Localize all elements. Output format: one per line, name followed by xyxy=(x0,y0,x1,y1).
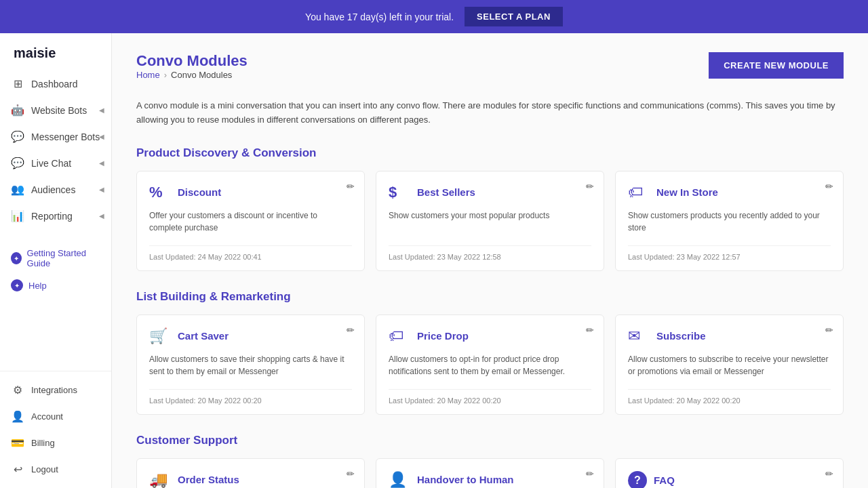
cards-grid-customer-support: 🚚 Order Status ✏ Enable customers to che… xyxy=(136,458,844,488)
audiences-icon: 👥 xyxy=(11,183,24,196)
cart-saver-icon: 🛒 xyxy=(149,327,171,345)
sidebar-item-account[interactable]: 👤 Account xyxy=(0,403,111,430)
card-title-price-drop: Price Drop xyxy=(417,330,469,342)
sidebar-item-logout[interactable]: ↩ Logout xyxy=(0,456,111,483)
card-updated-discount: Last Updated: 24 May 2022 00:41 xyxy=(149,245,352,261)
sidebar-label-audiences: Audiences xyxy=(31,184,75,195)
edit-icon-handover[interactable]: ✏ xyxy=(586,468,594,479)
card-updated-subscribe: Last Updated: 20 May 2022 00:20 xyxy=(628,389,831,405)
dashboard-icon: ⊞ xyxy=(11,77,24,90)
section-title-product-discovery: Product Discovery & Conversion xyxy=(136,146,844,160)
order-status-icon: 🚚 xyxy=(149,471,171,488)
card-updated-new-in-store: Last Updated: 23 May 2022 12:57 xyxy=(628,245,831,261)
trial-banner: You have 17 day(s) left in your trial. S… xyxy=(0,0,868,33)
sidebar-item-billing[interactable]: 💳 Billing xyxy=(0,430,111,456)
card-desc-discount: Offer your customers a discount or incen… xyxy=(149,209,352,235)
edit-icon-faq[interactable]: ✏ xyxy=(825,468,833,479)
chevron-icon: ◀ xyxy=(99,106,104,114)
card-header-price-drop: 🏷 Price Drop xyxy=(389,327,591,345)
edit-icon-discount[interactable]: ✏ xyxy=(347,181,355,192)
card-title-new-in-store: New In Store xyxy=(656,186,718,198)
website-bots-icon: 🤖 xyxy=(11,104,24,117)
banner-text: You have 17 day(s) left in your trial. xyxy=(305,12,454,22)
section-title-list-building: List Building & Remarketing xyxy=(136,290,844,304)
sidebar: maisie ⊞ Dashboard 🤖 Website Bots ◀ 💬 Me… xyxy=(0,33,112,488)
breadcrumb-home[interactable]: Home xyxy=(136,70,160,80)
account-icon: 👤 xyxy=(11,410,24,423)
card-discount: % Discount ✏ Offer your customers a disc… xyxy=(136,171,365,271)
reporting-icon: 📊 xyxy=(11,209,24,222)
edit-icon-best-sellers[interactable]: ✏ xyxy=(586,181,594,192)
card-title-order-status: Order Status xyxy=(178,474,239,485)
edit-icon-subscribe[interactable]: ✏ xyxy=(825,325,833,336)
breadcrumb: Home › Convo Modules xyxy=(136,70,248,80)
sidebar-item-reporting[interactable]: 📊 Reporting ◀ xyxy=(0,203,111,229)
card-header-faq: ? FAQ xyxy=(628,471,831,488)
cards-grid-list-building: 🛒 Cart Saver ✏ Allow customers to save t… xyxy=(136,314,844,415)
create-new-module-button[interactable]: CREATE NEW MODULE xyxy=(709,52,844,79)
sidebar-label-dashboard: Dashboard xyxy=(31,79,78,89)
guide-icon: ✦ xyxy=(11,252,22,264)
card-updated-price-drop: Last Updated: 20 May 2022 00:20 xyxy=(389,389,591,405)
messenger-bots-icon: 💬 xyxy=(11,130,24,143)
sidebar-item-live-chat[interactable]: 💬 Live Chat ◀ xyxy=(0,150,111,176)
card-updated-cart-saver: Last Updated: 20 May 2022 00:20 xyxy=(149,389,352,405)
sidebar-label-messenger-bots: Messenger Bots xyxy=(31,131,100,142)
help-item[interactable]: ✦ Help xyxy=(0,274,111,297)
handover-icon: 👤 xyxy=(389,471,410,488)
card-desc-cart-saver: Allow customers to save their shopping c… xyxy=(149,353,352,378)
page-title: Convo Modules xyxy=(136,52,248,70)
sidebar-item-integrations[interactable]: ⚙ Integrations xyxy=(0,377,111,403)
logout-icon: ↩ xyxy=(11,463,24,476)
card-title-cart-saver: Cart Saver xyxy=(178,330,229,342)
discount-icon: % xyxy=(149,184,171,201)
card-header-handover: 👤 Handover to Human xyxy=(389,471,591,488)
card-subscribe: ✉ Subscribe ✏ Allow customers to subscri… xyxy=(615,314,844,415)
card-header-new-in-store: 🏷 New In Store xyxy=(628,184,831,201)
sidebar-item-audiences[interactable]: 👥 Audiences ◀ xyxy=(0,176,111,203)
edit-icon-order-status[interactable]: ✏ xyxy=(347,468,355,479)
card-header-discount: % Discount xyxy=(149,184,352,201)
app-logo: maisie xyxy=(0,33,111,70)
card-title-best-sellers: Best Sellers xyxy=(417,186,475,198)
card-title-discount: Discount xyxy=(178,186,221,198)
sidebar-label-account: Account xyxy=(31,411,63,422)
card-updated-best-sellers: Last Updated: 23 May 2022 12:58 xyxy=(389,245,591,261)
sidebar-label-logout: Logout xyxy=(31,464,58,474)
billing-icon: 💳 xyxy=(11,436,24,449)
getting-started-guide-item[interactable]: ✦ Getting Started Guide xyxy=(0,243,111,274)
sidebar-label-live-chat: Live Chat xyxy=(31,158,71,169)
card-header-cart-saver: 🛒 Cart Saver xyxy=(149,327,352,345)
select-plan-button[interactable]: SELECT A PLAN xyxy=(465,7,563,26)
sidebar-item-website-bots[interactable]: 🤖 Website Bots ◀ xyxy=(0,97,111,123)
section-list-building: List Building & Remarketing 🛒 Cart Saver… xyxy=(136,290,844,415)
edit-icon-price-drop[interactable]: ✏ xyxy=(586,325,594,336)
main-content: Convo Modules Home › Convo Modules CREAT… xyxy=(112,33,868,488)
sidebar-label-website-bots: Website Bots xyxy=(31,105,87,116)
section-customer-support: Customer Support 🚚 Order Status ✏ Enable… xyxy=(136,434,844,488)
best-sellers-icon: $ xyxy=(389,184,410,201)
card-desc-price-drop: Allow customers to opt-in for product pr… xyxy=(389,353,591,378)
card-title-subscribe: Subscribe xyxy=(656,330,706,342)
cards-grid-product-discovery: % Discount ✏ Offer your customers a disc… xyxy=(136,171,844,271)
sidebar-label-billing: Billing xyxy=(31,438,55,448)
edit-icon-cart-saver[interactable]: ✏ xyxy=(347,325,355,336)
card-handover-to-human: 👤 Handover to Human ✏ Allow customers to… xyxy=(376,458,604,488)
card-title-handover: Handover to Human xyxy=(417,474,514,485)
help-icon: ✦ xyxy=(11,279,23,291)
page-title-area: Convo Modules Home › Convo Modules xyxy=(136,52,248,91)
new-in-store-icon: 🏷 xyxy=(628,184,650,201)
sidebar-label-reporting: Reporting xyxy=(31,211,73,222)
card-order-status: 🚚 Order Status ✏ Enable customers to che… xyxy=(136,458,365,488)
chevron-icon: ◀ xyxy=(99,212,104,220)
chevron-icon: ◀ xyxy=(99,186,104,193)
page-description: A convo module is a mini conversation th… xyxy=(136,99,844,127)
live-chat-icon: 💬 xyxy=(11,157,24,169)
sidebar-item-messenger-bots[interactable]: 💬 Messenger Bots ◀ xyxy=(0,123,111,150)
help-label: Help xyxy=(28,281,47,291)
card-header-best-sellers: $ Best Sellers xyxy=(389,184,591,201)
sidebar-nav: ⊞ Dashboard 🤖 Website Bots ◀ 💬 Messenger… xyxy=(0,70,111,371)
edit-icon-new-in-store[interactable]: ✏ xyxy=(825,181,833,192)
faq-icon: ? xyxy=(628,471,647,488)
sidebar-item-dashboard[interactable]: ⊞ Dashboard xyxy=(0,70,111,97)
